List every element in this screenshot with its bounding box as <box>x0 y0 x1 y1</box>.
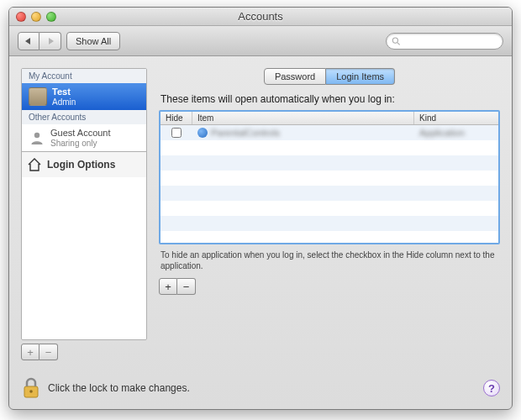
search-field[interactable] <box>386 33 503 50</box>
tab-login-items[interactable]: Login Items <box>326 68 395 85</box>
table-body: ParentalControls Application <box>161 125 498 243</box>
login-items-table: Hide Item Kind ParentalControls Applicat… <box>159 110 500 244</box>
hide-hint: To hide an application when you log in, … <box>161 249 498 271</box>
svg-line-3 <box>397 42 400 45</box>
help-button[interactable]: ? <box>483 380 500 396</box>
footer: Click the lock to make changes. ? <box>9 372 512 409</box>
sidebar: My Account Test Admin Other Accounts Gue… <box>21 68 147 360</box>
svg-marker-0 <box>25 38 30 45</box>
svg-point-6 <box>29 390 33 393</box>
window-title: Accounts <box>9 10 512 23</box>
login-options-label: Login Options <box>47 159 115 171</box>
login-items-instruction: These items will open automatically when… <box>161 93 498 105</box>
app-icon <box>197 128 208 138</box>
show-all-button[interactable]: Show All <box>66 32 120 50</box>
hide-checkbox[interactable] <box>171 128 182 138</box>
add-login-item-button[interactable]: + <box>159 278 177 295</box>
item-kind: Application <box>414 128 498 138</box>
account-name: Test <box>52 87 76 97</box>
account-item-test[interactable]: Test Admin <box>22 83 146 110</box>
nav-segment <box>18 32 61 50</box>
account-role: Admin <box>52 97 76 108</box>
column-item[interactable]: Item <box>192 112 414 124</box>
tab-password[interactable]: Password <box>264 68 326 85</box>
sidebar-add-remove: + − <box>21 344 147 360</box>
house-icon <box>27 157 42 172</box>
tabs: Password Login Items <box>159 68 500 85</box>
item-name: ParentalControls <box>211 128 280 138</box>
other-accounts-header: Other Accounts <box>22 110 146 124</box>
svg-point-2 <box>392 38 397 43</box>
titlebar: Accounts <box>9 8 512 26</box>
search-input[interactable] <box>404 35 497 47</box>
lock-icon[interactable] <box>21 377 41 399</box>
account-name: Guest Account <box>50 128 111 139</box>
main-panel: Password Login Items These items will op… <box>159 68 500 360</box>
add-account-button[interactable]: + <box>21 344 39 360</box>
svg-point-4 <box>34 133 39 138</box>
triangle-right-icon <box>47 38 54 45</box>
back-button[interactable] <box>18 32 39 50</box>
forward-button[interactable] <box>39 32 61 50</box>
avatar <box>29 87 47 106</box>
toolbar: Show All <box>9 26 512 56</box>
accounts-list: My Account Test Admin Other Accounts Gue… <box>21 68 147 340</box>
search-icon <box>392 36 401 46</box>
table-row[interactable]: ParentalControls Application <box>161 125 498 140</box>
triangle-left-icon <box>25 38 32 45</box>
login-options-button[interactable]: Login Options <box>22 151 146 177</box>
lock-text: Click the lock to make changes. <box>48 382 190 394</box>
account-role: Sharing only <box>50 139 111 149</box>
column-kind[interactable]: Kind <box>414 112 498 124</box>
table-header: Hide Item Kind <box>161 112 498 125</box>
account-item-guest[interactable]: Guest Account Sharing only <box>22 124 146 151</box>
login-items-add-remove: + − <box>159 278 500 295</box>
content-area: My Account Test Admin Other Accounts Gue… <box>9 56 512 372</box>
person-icon <box>29 129 45 146</box>
accounts-window: Accounts Show All My Account Test <box>8 7 513 410</box>
remove-login-item-button[interactable]: − <box>177 278 196 295</box>
my-account-header: My Account <box>22 69 146 83</box>
column-hide[interactable]: Hide <box>161 112 192 124</box>
remove-account-button[interactable]: − <box>39 344 58 360</box>
svg-marker-1 <box>49 38 54 45</box>
